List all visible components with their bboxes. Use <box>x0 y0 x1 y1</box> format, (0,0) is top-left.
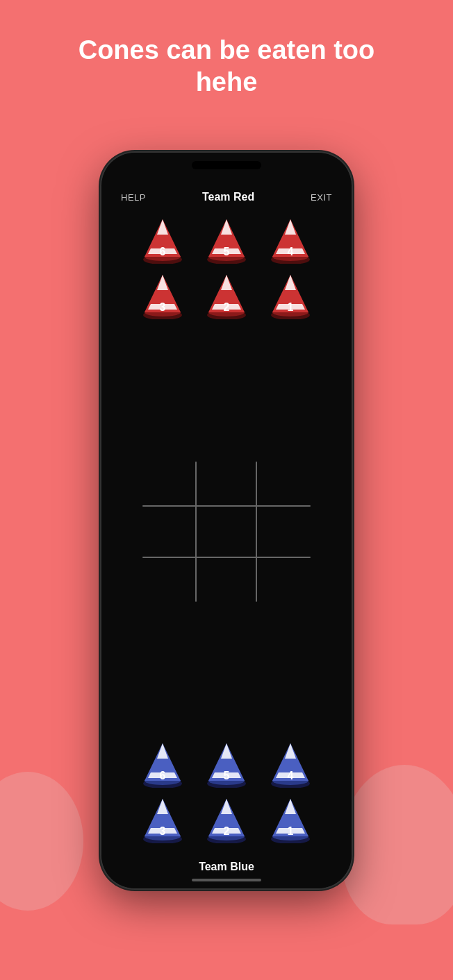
svg-marker-77 <box>221 799 232 814</box>
svg-marker-63 <box>285 743 296 759</box>
svg-text:3: 3 <box>160 825 166 837</box>
exit-button[interactable]: EXIT <box>311 192 332 203</box>
svg-text:5: 5 <box>224 246 230 257</box>
help-button[interactable]: HELP <box>121 192 146 203</box>
red-cone-5[interactable]: 5 <box>201 214 252 264</box>
red-cone-1[interactable]: 1 <box>265 269 315 319</box>
svg-marker-3 <box>157 219 168 235</box>
blue-cones-section: 6 5 <box>101 734 352 852</box>
blue-cones-row1: 6 5 <box>115 738 338 788</box>
svg-text:2: 2 <box>224 301 230 313</box>
svg-text:4: 4 <box>288 246 294 257</box>
svg-marker-70 <box>157 799 168 814</box>
game-grid[interactable] <box>136 455 317 608</box>
svg-marker-24 <box>157 275 168 290</box>
bg-blob-left <box>0 772 83 911</box>
svg-marker-38 <box>285 275 296 290</box>
blue-cone-4[interactable]: 4 <box>265 738 315 788</box>
phone-notch <box>192 161 261 169</box>
svg-text:5: 5 <box>224 770 230 782</box>
svg-text:4: 4 <box>288 770 294 782</box>
phone-screen: HELP Team Red EXIT <box>101 153 352 888</box>
blue-cones-row2: 3 2 <box>115 793 338 843</box>
red-cone-6[interactable]: 6 <box>138 214 188 264</box>
phone-shell: HELP Team Red EXIT <box>101 153 352 888</box>
blue-cone-6[interactable]: 6 <box>138 738 188 788</box>
svg-marker-84 <box>285 799 296 814</box>
team-blue-label: Team Blue <box>199 852 254 879</box>
blue-cone-1[interactable]: 1 <box>265 793 315 843</box>
svg-marker-49 <box>157 743 168 759</box>
red-cones-section: 6 5 <box>101 210 352 328</box>
svg-marker-56 <box>221 743 232 759</box>
svg-text:6: 6 <box>160 246 166 257</box>
blue-cone-5[interactable]: 5 <box>201 738 252 788</box>
red-cone-4[interactable]: 4 <box>265 214 315 264</box>
phone-wrapper: HELP Team Red EXIT <box>101 153 352 916</box>
home-indicator <box>192 879 261 881</box>
svg-text:3: 3 <box>160 301 166 313</box>
title-text: Cones can be eaten too hehe <box>0 35 453 98</box>
svg-text:2: 2 <box>224 825 230 837</box>
blue-cone-3[interactable]: 3 <box>138 793 188 843</box>
svg-text:6: 6 <box>160 770 166 782</box>
red-cone-2[interactable]: 2 <box>201 269 252 319</box>
blue-cone-2[interactable]: 2 <box>201 793 252 843</box>
bg-blob-right <box>342 765 453 924</box>
team-red-label: Team Red <box>202 191 254 203</box>
red-cone-3[interactable]: 3 <box>138 269 188 319</box>
svg-marker-17 <box>285 219 296 235</box>
red-cones-row2: 3 2 <box>115 269 338 319</box>
svg-text:1: 1 <box>288 825 294 837</box>
game-grid-section <box>101 328 352 734</box>
svg-text:1: 1 <box>288 301 294 313</box>
title-area: Cones can be eaten too hehe <box>0 35 453 98</box>
svg-marker-10 <box>221 219 232 235</box>
red-cones-row1: 6 5 <box>115 214 338 264</box>
svg-marker-31 <box>221 275 232 290</box>
